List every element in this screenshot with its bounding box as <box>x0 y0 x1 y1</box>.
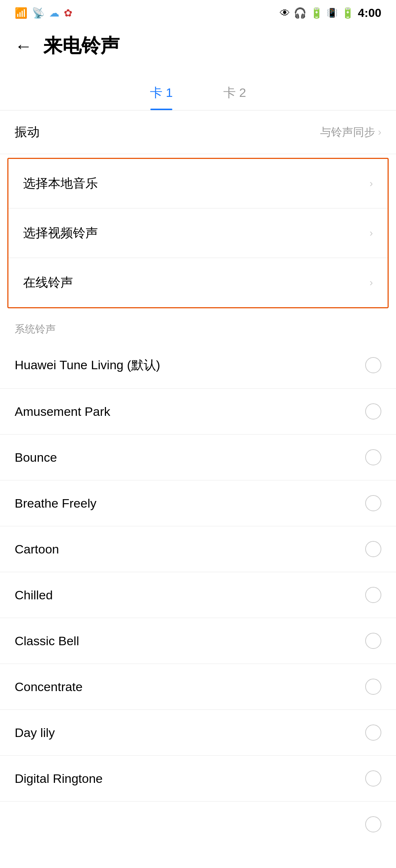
ringtone-item-huawei-tune[interactable]: Huawei Tune Living (默认) <box>0 342 396 389</box>
ringtone-item-breathe-freely[interactable]: Breathe Freely <box>0 480 396 526</box>
back-button[interactable]: ← <box>15 36 32 56</box>
ringtone-name: Classic Bell <box>15 634 79 648</box>
ringtone-item-cartoon[interactable]: Cartoon <box>0 526 396 572</box>
vibration-row[interactable]: 振动 与铃声同步 › <box>0 110 396 154</box>
page-title: 来电铃声 <box>43 33 120 59</box>
ringtone-name: Bounce <box>15 450 57 465</box>
option-video-ringtone[interactable]: 选择视频铃声 › <box>8 208 388 258</box>
battery-full-icon: 🔋 <box>341 7 354 19</box>
system-ringtones-label: 系统铃声 <box>0 312 396 342</box>
radio-bounce[interactable] <box>365 449 381 465</box>
tab-card1-label: 卡 1 <box>150 86 173 99</box>
ringtone-item-day-lily[interactable]: Day lily <box>0 710 396 756</box>
tab-card1[interactable]: 卡 1 <box>125 77 198 110</box>
tabs-container: 卡 1 卡 2 <box>0 70 396 110</box>
radio-cartoon[interactable] <box>365 541 381 557</box>
ringtone-name: Breathe Freely <box>15 496 96 511</box>
radio-huawei-tune[interactable] <box>365 357 381 373</box>
battery-icon: 🔋 <box>310 7 323 19</box>
tab-card2-label: 卡 2 <box>223 86 246 99</box>
status-bar-right: 👁 🎧 🔋 📳 🔋 4:00 <box>280 6 381 20</box>
radio-day-lily[interactable] <box>365 724 381 741</box>
header: ← 来电铃声 <box>0 26 396 70</box>
radio-chilled[interactable] <box>365 587 381 603</box>
radio-breathe-freely[interactable] <box>365 495 381 511</box>
ringtone-name: Concentrate <box>15 680 82 694</box>
option-online-ringtone-label: 在线铃声 <box>23 274 73 291</box>
option-local-music[interactable]: 选择本地音乐 › <box>8 159 388 208</box>
vibration-label: 振动 <box>15 124 40 141</box>
option-local-music-chevron: › <box>370 178 373 189</box>
option-online-ringtone-chevron: › <box>370 277 373 288</box>
sim-icon: 📶 <box>15 7 27 19</box>
ringtone-item-bounce[interactable]: Bounce <box>0 435 396 480</box>
ringtone-item-amusement-park[interactable]: Amusement Park <box>0 389 396 435</box>
ringtone-name: Chilled <box>15 588 53 602</box>
highlighted-section: 选择本地音乐 › 选择视频铃声 › 在线铃声 › <box>7 158 389 308</box>
radio-concentrate[interactable] <box>365 679 381 695</box>
ringtone-list: Huawei Tune Living (默认) Amusement Park B… <box>0 342 396 847</box>
tab-card2[interactable]: 卡 2 <box>198 77 271 110</box>
ringtone-item-chilled[interactable]: Chilled <box>0 572 396 618</box>
option-video-ringtone-chevron: › <box>370 227 373 239</box>
radio-classic-bell[interactable] <box>365 633 381 649</box>
vibration-chevron: › <box>378 126 381 138</box>
ringtone-item-digital-ringtone[interactable]: Digital Ringtone <box>0 756 396 802</box>
ringtone-item-classic-bell[interactable]: Classic Bell <box>0 618 396 664</box>
radio-amusement-park[interactable] <box>365 403 381 420</box>
headphone-icon: 🎧 <box>294 7 307 19</box>
status-bar: 📶 📡 ☁ ✿ 👁 🎧 🔋 📳 🔋 4:00 <box>0 0 396 26</box>
ringtone-name: Day lily <box>15 726 55 740</box>
ringtone-item-partial[interactable] <box>0 802 396 847</box>
ringtone-name: Amusement Park <box>15 404 110 419</box>
radio-partial[interactable] <box>365 816 381 832</box>
vibration-value: 与铃声同步 <box>320 125 375 140</box>
ringtone-name: Digital Ringtone <box>15 771 103 786</box>
option-online-ringtone[interactable]: 在线铃声 › <box>8 258 388 307</box>
radio-digital-ringtone[interactable] <box>365 770 381 787</box>
ringtone-item-concentrate[interactable]: Concentrate <box>0 664 396 710</box>
eye-icon: 👁 <box>280 7 290 19</box>
status-bar-left: 📶 📡 ☁ ✿ <box>15 7 72 19</box>
wifi-icon: 📡 <box>32 7 45 19</box>
huawei-icon: ✿ <box>64 7 72 19</box>
vibration-right: 与铃声同步 › <box>320 125 381 140</box>
vibrate-icon: 📳 <box>327 8 338 18</box>
ringtone-name: Huawei Tune Living (默认) <box>15 357 160 374</box>
ringtone-name: Cartoon <box>15 542 59 556</box>
cloud-icon: ☁ <box>49 7 59 19</box>
option-video-ringtone-label: 选择视频铃声 <box>23 225 98 241</box>
status-time: 4:00 <box>358 6 381 20</box>
option-local-music-label: 选择本地音乐 <box>23 175 98 192</box>
